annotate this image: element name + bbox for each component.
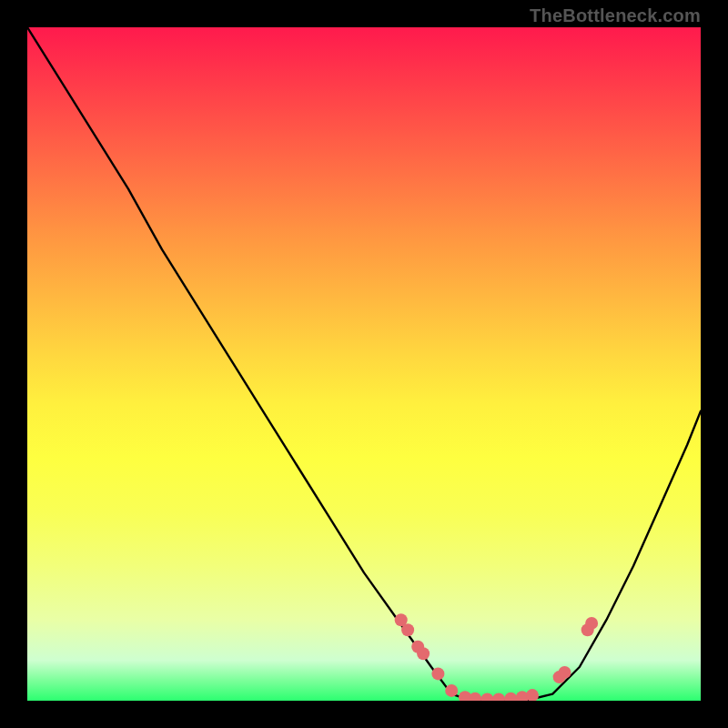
highlight-dot — [401, 623, 414, 636]
chart-container: TheBottleneck.com — [0, 0, 728, 728]
highlight-dot — [585, 617, 598, 630]
highlight-dot — [469, 693, 481, 701]
highlight-dot — [516, 691, 529, 701]
highlight-dot — [480, 693, 493, 701]
highlight-dot — [417, 647, 430, 660]
highlight-dot — [431, 667, 444, 680]
highlight-dots — [395, 613, 598, 701]
highlight-dot — [459, 691, 471, 701]
highlight-dot — [504, 693, 517, 701]
highlight-dot — [553, 671, 566, 683]
highlight-dot — [559, 666, 571, 679]
watermark-text: TheBottleneck.com — [530, 5, 701, 26]
highlight-dot — [492, 693, 505, 701]
highlight-dot — [445, 684, 458, 697]
highlight-dot — [395, 613, 408, 626]
highlight-dot — [411, 641, 424, 653]
highlight-dot — [526, 689, 539, 701]
chart-svg — [27, 27, 701, 701]
highlight-dot — [581, 623, 594, 636]
plot-area — [27, 27, 701, 701]
curve-line — [27, 27, 701, 701]
